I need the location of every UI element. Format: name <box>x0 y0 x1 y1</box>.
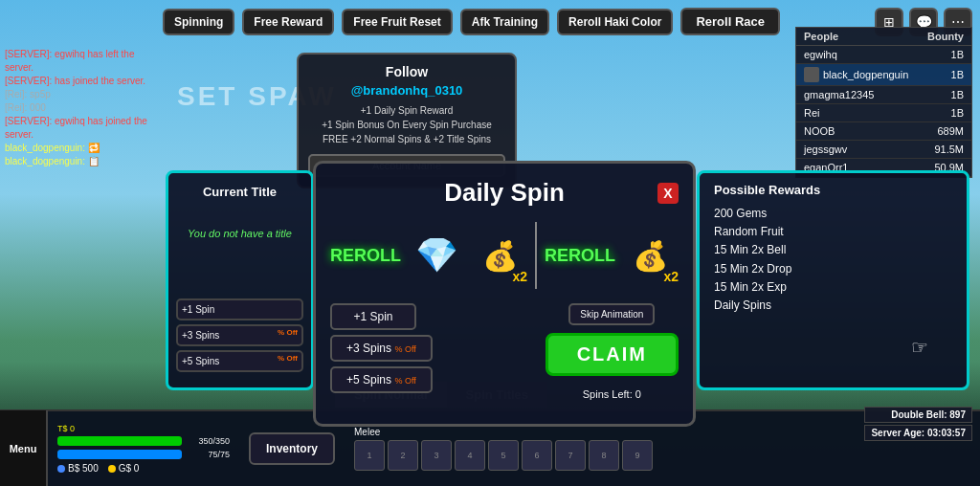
currency-row: B$ 500 G$ 0 <box>57 463 230 474</box>
hp-row: 350/350 <box>57 436 230 446</box>
off-badge: % Off <box>278 354 298 363</box>
lb-bounty-header: Bounty <box>927 31 964 42</box>
daily-spin-modal: Daily Spin X REROLL 💎 💰 x2 REROLL 💰 x2 +… <box>313 161 696 427</box>
reward-item: Random Fruit <box>714 223 952 241</box>
lb-name: jegssgwv <box>804 144 847 155</box>
spin-purchase-buttons: +1 Spin +3 Spins % Off +5 Spins % Off <box>330 303 433 398</box>
chat-message: [SERVER]: has joined the server. <box>5 75 153 88</box>
spinning-button[interactable]: Spinning <box>163 9 234 35</box>
energy-label: 75/75 <box>187 450 230 459</box>
afk-training-button[interactable]: Afk Training <box>460 9 549 35</box>
lb-bounty: 1B <box>951 49 964 60</box>
coin-spin-item: 💰 x2 <box>472 227 527 284</box>
melee-slots: 1 2 3 4 5 6 7 8 9 <box>354 440 970 471</box>
melee-slot-3[interactable]: 3 <box>421 440 452 471</box>
reroll-haki-color-button[interactable]: Reroll Haki Color <box>557 9 673 35</box>
claim-button[interactable]: CLAIM <box>546 333 679 376</box>
gs-dot <box>108 465 116 473</box>
spin-options: +1 Spin +3 Spins % Off +5 Spins % Off <box>168 298 311 376</box>
plus-1-spin-purchase-button[interactable]: +1 Spin <box>330 303 416 330</box>
rewards-panel-title: Possible Rewards <box>714 183 952 197</box>
chat-area: [SERVER]: egwihq has left the server. [S… <box>5 48 153 168</box>
melee-slot-8[interactable]: 8 <box>589 440 619 471</box>
spins-left-text: Spins Left: 0 <box>583 388 641 400</box>
energy-bar-fill <box>57 450 182 459</box>
bs-currency: B$ 500 <box>57 463 99 474</box>
reward-item: 15 Min 2x Bell <box>714 241 952 259</box>
lb-bounty: 1B <box>951 107 964 119</box>
modal-header: Daily Spin X <box>330 178 679 208</box>
bs-dot <box>57 465 65 473</box>
bottom-right-info: Double Bell: 897 Server Age: 03:03:57 <box>864 407 972 443</box>
modal-close-button[interactable]: X <box>657 183 679 204</box>
spin-items-row: REROLL 💎 💰 x2 REROLL 💰 x2 <box>330 222 679 289</box>
plus-3-spins-button[interactable]: +3 Spins % Off <box>176 324 303 346</box>
follow-description: +1 Daily Spin Reward +1 Spin Bonus On Ev… <box>308 103 505 146</box>
reward-item: Daily Spins <box>714 297 952 315</box>
melee-slot-1[interactable]: 1 <box>354 440 385 471</box>
skip-animation-button[interactable]: Skip Animation <box>568 303 655 325</box>
off-badge: % Off <box>278 328 298 337</box>
free-fruit-reset-button[interactable]: Free Fruit Reset <box>342 9 452 35</box>
chat-message: [SERVER]: egwihq has joined the server. <box>5 115 153 142</box>
melee-slot-5[interactable]: 5 <box>488 440 519 471</box>
lb-row: black_dogpenguin 1B <box>796 64 971 86</box>
lb-row: NOOB 689M <box>796 122 971 141</box>
lb-row: jegssgwv 91.5M <box>796 141 971 159</box>
coin-bag-icon: 💰 <box>482 239 518 273</box>
reward-item: 15 Min 2x Exp <box>714 278 952 297</box>
lb-bounty: 1B <box>951 69 964 80</box>
melee-slot-2[interactable]: 2 <box>388 440 418 471</box>
right-reroll-label: REROLL <box>545 246 615 266</box>
hp-bar-fill <box>57 436 182 446</box>
menu-button[interactable]: Menu <box>0 410 48 486</box>
current-title-panel: Current Title You do not have a title +1… <box>166 170 314 390</box>
rewards-panel: Possible Rewards 200 Gems Random Fruit 1… <box>697 170 969 390</box>
reward-item: 200 Gems <box>714 205 952 223</box>
chat-message: [Rei]: sp5p <box>5 88 153 101</box>
lb-bounty: 91.5M <box>934 144 964 155</box>
lb-name: gmagma12345 <box>804 89 874 100</box>
coin-spin-item-2: 💰 x2 <box>623 227 679 284</box>
cursor-icon: ☞ <box>911 336 928 359</box>
inventory-button[interactable]: Inventory <box>249 432 335 465</box>
gem-icon: 💎 <box>415 235 458 276</box>
lb-row: gmagma12345 1B <box>796 86 971 104</box>
follow-title: Follow <box>308 64 505 79</box>
server-age-badge: Server Age: 03:03:57 <box>864 425 972 441</box>
plus-5-spin-purchase-button[interactable]: +5 Spins % Off <box>330 366 433 393</box>
melee-slot-6[interactable]: 6 <box>522 440 552 471</box>
free-reward-button[interactable]: Free Reward <box>242 9 334 35</box>
double-bell-badge: Double Bell: 897 <box>864 407 972 423</box>
left-reroll-label: REROLL <box>330 246 401 266</box>
lb-row: egwihq 1B <box>796 46 971 64</box>
chat-message: black_dogpenguin: 📋 <box>5 155 153 168</box>
energy-row: 75/75 <box>57 450 230 459</box>
x2-badge-right: x2 <box>663 269 679 284</box>
plus-5-spins-button[interactable]: +5 Spins % Off <box>176 350 303 372</box>
chat-message: black_dogpenguin: 🔁 <box>5 142 153 155</box>
spin-divider <box>535 222 537 289</box>
leaderboard-header: People Bounty <box>796 28 971 46</box>
plus-3-spin-purchase-button[interactable]: +3 Spins % Off <box>330 335 433 362</box>
claim-area: Skip Animation CLAIM Spins Left: 0 <box>546 303 679 400</box>
follow-username: @brandonhq_0310 <box>308 83 505 98</box>
lb-avatar <box>804 67 819 82</box>
plus-1-spin-button[interactable]: +1 Spin <box>176 298 303 320</box>
melee-slot-9[interactable]: 9 <box>622 440 653 471</box>
modal-controls: +1 Spin +3 Spins % Off +5 Spins % Off Sk… <box>330 303 679 400</box>
gem-spin-item: 💎 <box>409 227 464 284</box>
ts-label: T$ 0 <box>57 424 230 433</box>
lb-name: Rei <box>804 107 820 119</box>
modal-title: Daily Spin <box>351 178 657 208</box>
reward-item: 15 Min 2x Drop <box>714 260 952 278</box>
gs-currency: G$ 0 <box>108 463 140 474</box>
reroll-race-button[interactable]: Reroll Race <box>680 8 780 35</box>
lb-people-header: People <box>804 31 838 42</box>
energy-bar-bg <box>57 450 182 459</box>
lb-name: NOOB <box>804 125 835 137</box>
lb-name: black_dogpenguin <box>804 67 908 82</box>
melee-slot-4[interactable]: 4 <box>455 440 485 471</box>
leaderboard: People Bounty egwihq 1B black_dogpenguin… <box>795 27 972 178</box>
melee-slot-7[interactable]: 7 <box>555 440 586 471</box>
